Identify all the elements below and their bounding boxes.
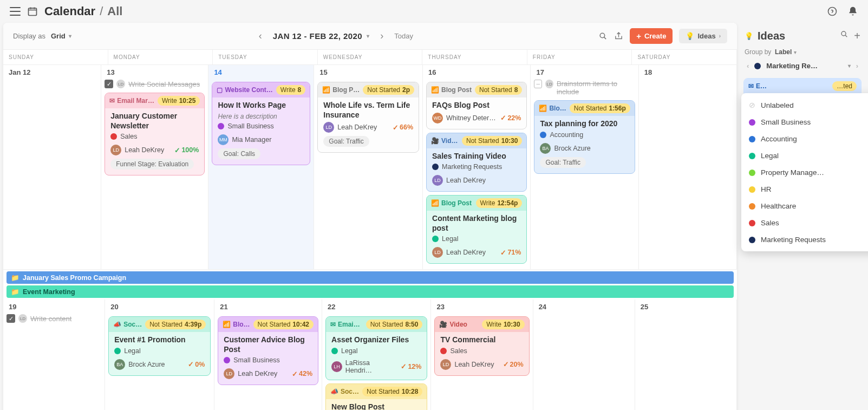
calendar-card[interactable]: 📶Blog PostWrite12:54p Content Marketing … [426, 195, 527, 264]
help-icon[interactable] [827, 6, 838, 17]
calendar-card[interactable]: 📣Soc…Not Started10:28 New Blog Post Prom… [325, 383, 427, 411]
email-icon: ✉ [330, 321, 336, 328]
label-option[interactable]: Small Business [741, 114, 868, 131]
page-title[interactable]: All [107, 4, 122, 18]
breadcrumb: Calendar / All [44, 4, 122, 18]
search-icon[interactable] [598, 31, 608, 41]
calendar-card[interactable]: ✉Emai…Not Started8:50 Asset Organizer Fi… [325, 316, 427, 380]
calendar-card[interactable]: ✉Email Mar…Write10:25 January Customer N… [105, 93, 205, 175]
svg-rect-0 [29, 8, 37, 15]
calendar-card[interactable]: 📶Blog P…Not Started2p Whole Life vs. Ter… [317, 82, 419, 153]
next-label-arrow[interactable]: › [856, 62, 858, 70]
label-dot-icon [749, 170, 755, 176]
svg-point-3 [841, 31, 846, 36]
date-range[interactable]: JAN 12 - FEB 22, 2020▾ [273, 31, 370, 41]
website-icon: ▢ [217, 86, 223, 94]
calendar-card[interactable]: 📶Blo…Not Started1:56p Tax planning for 2… [534, 100, 635, 174]
campaign-icon: 📁 [11, 274, 19, 282]
calendar-card[interactable]: ▢Website Cont…Write8 How It Works Page H… [212, 82, 310, 165]
label-option[interactable]: Sales [741, 214, 868, 231]
date-number: Jan 12 [6, 65, 97, 79]
plus-icon[interactable]: + [854, 30, 860, 42]
rss-icon: 📶 [431, 86, 439, 94]
calendar-panel: Display as Grid▾ ‹ JAN 12 - FEB 22, 2020… [3, 23, 737, 410]
search-icon[interactable] [840, 30, 849, 42]
label-dot-icon [749, 237, 755, 243]
ideas-title: Ideas [758, 29, 785, 43]
rss-icon: 📶 [431, 199, 439, 207]
app-title[interactable]: Calendar [44, 4, 95, 18]
video-icon: 🎥 [439, 321, 447, 328]
completed-task[interactable]: – LDBrainstorm items to include [534, 79, 635, 97]
megaphone-icon: 📣 [113, 321, 121, 328]
video-icon: 🎥 [431, 137, 439, 145]
ideas-button[interactable]: 💡Ideas› [679, 29, 727, 43]
email-icon: ✉ [109, 97, 115, 105]
label-dropdown: ⊘UnlabeledSmall BusinessAccountingLegalP… [741, 93, 868, 251]
label-dot-icon [749, 220, 755, 226]
label-dot-icon [749, 203, 755, 210]
label-option[interactable]: HR [741, 181, 868, 198]
today-button[interactable]: Today [394, 32, 413, 40]
campaign-span[interactable]: 📁Event Marketing [6, 285, 734, 298]
label-dot-icon [749, 153, 755, 159]
clear-icon: ⊘ [749, 101, 755, 109]
lightbulb-icon: 💡 [745, 32, 753, 40]
bell-icon[interactable] [847, 6, 858, 17]
completed-task[interactable]: ✓LDWrite Social Messages [105, 79, 205, 89]
calendar-card[interactable]: 🎥VideoWrite10:30 TV Commercial Sales LDL… [434, 316, 529, 376]
label-option[interactable]: ⊘Unlabeled [741, 96, 868, 114]
rss-icon: 📶 [539, 105, 547, 112]
campaign-span[interactable]: 📁January Sales Promo Campaign [6, 271, 734, 284]
svg-point-2 [600, 33, 605, 38]
label-option[interactable]: Marketing Requests [741, 231, 868, 248]
hamburger-icon[interactable] [10, 7, 21, 16]
prev-arrow[interactable]: ‹ [257, 28, 264, 44]
prev-label-arrow[interactable]: ‹ [747, 62, 749, 70]
group-by-select[interactable]: Label [775, 48, 792, 56]
view-selector[interactable]: Grid▾ [51, 32, 71, 40]
label-dot-icon [749, 136, 755, 142]
calendar-card[interactable]: 📣Soc…Not Started4:39p Event #1 Promotion… [108, 316, 211, 376]
chevron-down-icon[interactable]: ▾ [848, 63, 851, 69]
display-as-label: Display as [13, 32, 45, 40]
label-option[interactable]: Property Manage… [741, 164, 868, 181]
megaphone-icon: 📣 [330, 388, 338, 395]
current-label[interactable]: Marketing Re… [766, 62, 842, 70]
create-button[interactable]: +Create [630, 28, 673, 44]
label-dot-icon [749, 186, 755, 193]
label-option[interactable]: Healthcare [741, 198, 868, 214]
svg-point-1 [828, 8, 837, 16]
label-option[interactable]: Accounting [741, 131, 868, 147]
rss-icon: 📶 [322, 86, 330, 94]
share-icon[interactable] [614, 31, 623, 41]
day-headers: SUNDAYMONDAYTUESDAYWEDNESDAYTHURSDAYFRID… [3, 50, 737, 65]
next-arrow[interactable]: › [378, 28, 386, 44]
calendar-icon [27, 6, 38, 17]
calendar-card[interactable]: 🎥Vid…Not Started10:30 Sales Training Vid… [426, 133, 527, 192]
label-dot-icon [749, 119, 755, 126]
ideas-panel: 💡 Ideas + Group by Label ▾ ‹ Marketing R… [737, 23, 865, 410]
completed-task[interactable]: ✓LDWrite content [6, 313, 101, 324]
rss-icon: 📶 [223, 321, 231, 328]
campaign-icon: 📁 [11, 288, 19, 296]
calendar-card[interactable]: 📶Blo…Not Started10:42 Customer Advice Bl… [218, 316, 318, 385]
label-option[interactable]: Legal [741, 147, 868, 164]
calendar-card[interactable]: 📶Blog PostNot Started8 FAQs Blog Post WD… [426, 82, 527, 129]
